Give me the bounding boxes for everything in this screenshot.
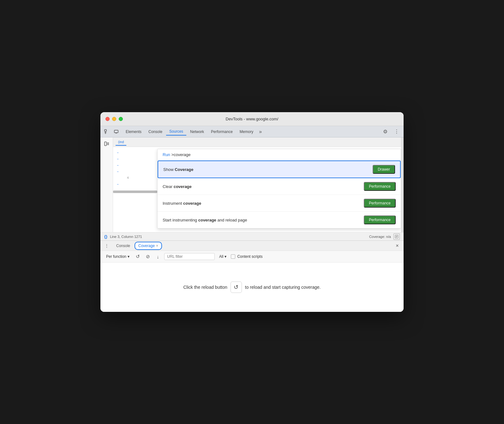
pretty-print-icon[interactable]: {}	[104, 234, 107, 239]
coverage-status: Coverage: n/a	[369, 235, 391, 239]
line-number: 4	[123, 175, 129, 181]
tab-sources[interactable]: Sources	[166, 128, 186, 136]
window-title: DevTools - www.google.com/	[226, 117, 279, 121]
title-bar: DevTools - www.google.com/	[100, 112, 404, 126]
editor-tabs-bar: (ind	[113, 137, 401, 147]
svg-rect-0	[105, 130, 106, 131]
command-query: >coverage	[171, 152, 190, 157]
coverage-icon[interactable]	[393, 233, 400, 240]
tab-performance[interactable]: Performance	[208, 128, 236, 135]
tab-network[interactable]: Network	[187, 128, 207, 135]
bottom-drawer: ⋮ Console Coverage × × Per function ▾ ↺ …	[100, 240, 404, 312]
svg-rect-5	[105, 142, 106, 146]
coverage-empty-state: Click the reload button ↺ to reload and …	[100, 263, 404, 312]
coverage-toolbar: Per function ▾ ↺ ⊘ ↓ All ▾ Content scrip…	[100, 251, 404, 263]
tab-elements[interactable]: Elements	[123, 128, 145, 135]
tab-actions: ⚙ ⋮	[381, 127, 401, 136]
maximize-button[interactable]	[119, 117, 123, 121]
run-label: Run	[163, 152, 170, 157]
drawer-menu-icon[interactable]: ⋮	[103, 242, 111, 250]
empty-state-text: Click the reload button ↺ to reload and …	[183, 282, 321, 293]
chevron-down-icon-all: ▾	[225, 254, 226, 259]
cmd-start-instrument-label: Start instrumenting coverage and reload …	[163, 218, 247, 222]
line-marker: –	[116, 162, 120, 168]
status-bar: {} Line 3, Column 1271 Coverage: n/a	[100, 232, 404, 240]
status-coverage: Coverage: n/a	[369, 233, 400, 240]
devtools-tab-bar: Elements Console Sources Network Perform…	[100, 126, 404, 137]
cmd-clear-coverage[interactable]: Clear coverage Performance	[158, 178, 401, 195]
reload-coverage-icon[interactable]: ↺	[134, 253, 141, 260]
more-tabs-button[interactable]: »	[257, 128, 264, 136]
inspect-icon[interactable]	[103, 128, 111, 136]
cmd-show-coverage-label: Show Coverage	[163, 167, 193, 172]
reload-button-icon[interactable]: ↺	[231, 282, 242, 293]
cmd-instrument-coverage-label: Instrument coverage	[163, 201, 201, 206]
cmd-performance-badge-2[interactable]: Performance	[364, 199, 396, 208]
tab-list: Elements Console Sources Network Perform…	[123, 128, 381, 136]
resize-handle[interactable]	[401, 137, 404, 232]
close-button[interactable]	[105, 117, 110, 121]
drawer-tabs: Console Coverage ×	[113, 242, 393, 250]
url-filter-input[interactable]	[164, 253, 215, 260]
devtools-icons	[103, 128, 120, 136]
content-scripts-label[interactable]: Content scripts	[231, 254, 262, 259]
tab-console[interactable]: Console	[145, 128, 165, 135]
minimize-button[interactable]	[112, 117, 116, 121]
drawer-tab-bar: ⋮ Console Coverage × ×	[100, 241, 404, 251]
tab-memory[interactable]: Memory	[237, 128, 256, 135]
svg-rect-3	[114, 130, 118, 133]
all-filter-dropdown[interactable]: All ▾	[217, 253, 228, 260]
line-marker: –	[116, 149, 120, 156]
more-options-icon[interactable]: ⋮	[392, 127, 401, 136]
cmd-drawer-badge[interactable]: Drawer	[373, 165, 395, 174]
cmd-clear-coverage-label: Clear coverage	[163, 184, 192, 189]
download-coverage-icon[interactable]: ↓	[154, 253, 162, 260]
main-content: (ind – – –	[100, 137, 404, 232]
line-marker: –	[116, 156, 120, 162]
coverage-tab-close-icon[interactable]: ×	[156, 244, 158, 248]
editor-tab[interactable]: (ind	[116, 139, 126, 146]
editor-area: (ind – – –	[113, 137, 401, 232]
clear-coverage-icon[interactable]: ⊘	[144, 253, 152, 260]
drawer-close-icon[interactable]: ×	[393, 242, 401, 250]
cmd-performance-badge-1[interactable]: Performance	[364, 182, 396, 191]
scrollbar-thumb[interactable]	[113, 191, 157, 193]
line-marker: –	[116, 181, 120, 187]
cmd-start-instrument-coverage[interactable]: Start instrumenting coverage and reload …	[158, 212, 401, 228]
content-scripts-checkbox[interactable]	[231, 254, 235, 259]
settings-icon[interactable]: ⚙	[381, 127, 390, 136]
cmd-performance-badge-3[interactable]: Performance	[364, 215, 396, 224]
per-function-dropdown[interactable]: Per function ▾	[104, 253, 131, 260]
cmd-show-coverage[interactable]: Show Coverage Drawer	[158, 161, 401, 178]
line-column-info: Line 3, Column 1271	[110, 235, 142, 239]
chevron-down-icon: ▾	[128, 254, 129, 259]
command-palette: Run >coverage Show Coverage Drawer Clear…	[157, 149, 401, 228]
command-palette-header: Run >coverage	[158, 149, 401, 161]
drawer-tab-console[interactable]: Console	[113, 242, 133, 249]
drawer-tab-coverage[interactable]: Coverage ×	[135, 242, 162, 250]
device-icon[interactable]	[112, 128, 120, 136]
sidebar	[100, 137, 113, 232]
svg-rect-4	[116, 133, 117, 133]
sidebar-toggle-icon[interactable]	[102, 139, 111, 148]
line-marker: –	[116, 168, 120, 175]
devtools-window: DevTools - www.google.com/ Elements Cons…	[100, 112, 404, 312]
cmd-instrument-coverage[interactable]: Instrument coverage Performance	[158, 195, 401, 212]
traffic-lights	[105, 117, 123, 121]
